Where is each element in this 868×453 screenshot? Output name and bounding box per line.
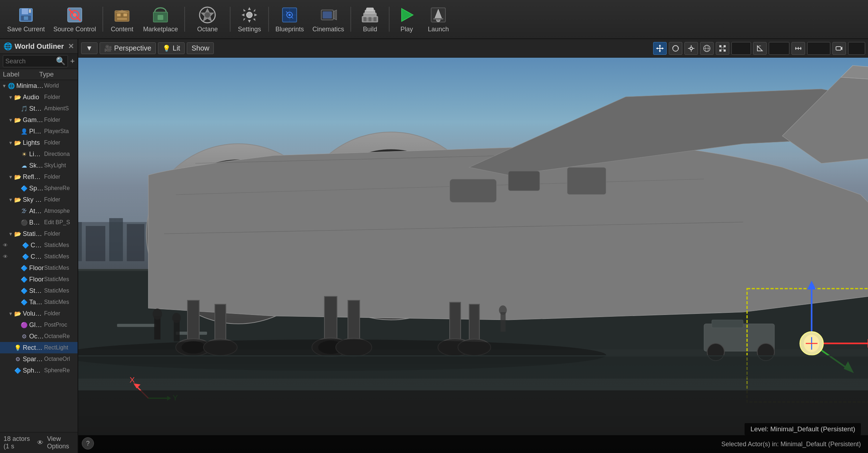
item-name: StaticMeshes	[23, 230, 44, 238]
outliner-item-starter-back[interactable]: ▶ 🎵 Starter_Back AmbientS	[0, 103, 78, 114]
mesh-icon: 🔷	[20, 265, 28, 272]
play-button[interactable]: Play	[392, 2, 421, 36]
source-control-icon	[65, 6, 84, 24]
mesh-icon: 🔷	[20, 288, 28, 294]
search-container[interactable]: 🔍	[3, 55, 68, 67]
svg-rect-27	[323, 11, 332, 19]
post-icon: 🟣	[20, 322, 28, 328]
outliner-item-volumes[interactable]: ▼ 📂 Volumes Folder	[0, 308, 78, 319]
outliner-item-lights[interactable]: ▼ 📂 Lights Folder	[0, 137, 78, 148]
cinematics-button[interactable]: Cinematics	[309, 2, 348, 36]
view-options-btn[interactable]: View Options	[47, 435, 74, 450]
octane-icon	[198, 6, 217, 24]
viewport-3d[interactable]: Y X Level: Minimal_Default (Persistent) …	[78, 58, 868, 453]
scene-background	[78, 58, 868, 453]
save-current-button[interactable]: Save Current	[4, 2, 48, 36]
grid-snap-value[interactable]: 10	[731, 42, 751, 55]
outliner-item-table[interactable]: ▶ 🔷 Table StaticMes	[0, 296, 78, 308]
sidebar-close-btn[interactable]: ✕	[68, 42, 74, 51]
item-type: StaticMes	[44, 276, 76, 283]
outliner-item-gameplay[interactable]: ▼ 📂 GamePlayActo Folder	[0, 114, 78, 126]
launch-button[interactable]: Launch	[422, 2, 454, 36]
svg-rect-12	[117, 18, 127, 20]
octane-icon: ⚙	[20, 333, 28, 340]
item-type: StaticMes	[44, 299, 76, 305]
outliner-item-sky-fog[interactable]: ▼ 📂 Sky and Fog Folder	[0, 194, 78, 205]
launch-icon	[429, 6, 448, 24]
eye-icon[interactable]: 👁	[1, 242, 9, 248]
item-type: OctaneOrl	[44, 356, 76, 362]
outliner-item-atmospheric[interactable]: ▶ 🌫 Atmospheric Atmosphe	[0, 205, 78, 217]
outliner-item-spartan-cloud[interactable]: ▶ ⚙ Spartan_Clou OctaneOrl	[0, 353, 78, 365]
scale-snap-btn[interactable]	[792, 42, 805, 55]
add-actor-btn[interactable]: +	[70, 57, 75, 66]
viewport-dropdown-btn[interactable]: ▼	[81, 42, 97, 54]
scale-snap-value[interactable]: 0.25	[807, 42, 830, 55]
help-button[interactable]: ?	[82, 437, 94, 449]
marketplace-icon	[151, 6, 170, 24]
outliner-item-chair2[interactable]: 👁 ▶ 🔷 Chair StaticMes	[0, 251, 78, 262]
build-button[interactable]: Build	[354, 2, 386, 36]
camera-icon-btn[interactable]	[832, 42, 846, 55]
svg-rect-56	[719, 45, 721, 47]
blueprints-button[interactable]: Blueprints	[272, 2, 307, 36]
camera-speed-value[interactable]: 4	[848, 42, 865, 55]
svg-marker-42	[659, 44, 661, 46]
grid-snap-btn[interactable]	[716, 42, 729, 55]
world-outliner-panel: 🌐 World Outliner ✕ 🔍 + Label Type ▼ 🌐 Mi…	[0, 39, 78, 453]
outliner-item-static-meshes[interactable]: ▼ 📂 StaticMeshes Folder	[0, 228, 78, 239]
eye-icon[interactable]: 👁	[1, 254, 9, 259]
item-type: Folder	[44, 231, 76, 237]
outliner-item-sphere-reflex[interactable]: ▶ 🔷 SphereRefles SphereRe	[0, 183, 78, 194]
svg-rect-57	[724, 45, 726, 47]
outliner-item-skylight[interactable]: ▶ ☁ SkyLight SkyLight	[0, 160, 78, 171]
outliner-item-rect-light[interactable]: ▶ 💡 RectLight RectLight	[0, 342, 78, 353]
show-btn[interactable]: Show	[187, 42, 214, 54]
outliner-item-floor2[interactable]: ▶ 🔷 Floor StaticMes	[0, 274, 78, 285]
svg-marker-45	[662, 47, 664, 49]
world-icon: 🌐	[7, 83, 16, 89]
svg-rect-4	[29, 9, 31, 13]
item-name: Lights	[23, 139, 44, 147]
svg-rect-59	[724, 49, 726, 52]
marketplace-button[interactable]: Marketplace	[139, 2, 181, 36]
angle-snap-value[interactable]: 10°	[769, 42, 789, 55]
lit-label: Lit	[173, 44, 180, 52]
rotate-tool-btn[interactable]	[669, 42, 682, 55]
outliner-item-octane-render[interactable]: ▶ ⚙ OctaneRender OctaneRe	[0, 331, 78, 342]
svg-marker-35	[402, 9, 413, 21]
outliner-item-light-source[interactable]: ▶ ☀ Light Source Directiona	[0, 148, 78, 160]
perspective-btn[interactable]: 🎥 Perspective	[100, 42, 156, 54]
outliner-item-minimal-default[interactable]: ▼ 🌐 Minimal_Default World	[0, 80, 78, 91]
source-control-button[interactable]: Source Control	[50, 2, 100, 36]
item-name: Starter_Back	[29, 105, 44, 112]
scale-tool-btn[interactable]	[684, 42, 698, 55]
svg-rect-31	[366, 8, 374, 11]
item-name: Chair	[31, 253, 44, 260]
octane-button[interactable]: Octane	[188, 2, 227, 36]
settings-button[interactable]: Settings	[233, 2, 265, 36]
outliner-item-reflection-cap[interactable]: ▼ 📂 ReflectionCap Folder	[0, 171, 78, 183]
outliner-item-global-post[interactable]: ▶ 🟣 GlobalPostP PostProc	[0, 319, 78, 331]
outliner-item-audio[interactable]: ▼ 📂 Audio Folder	[0, 91, 78, 103]
translate-tool-btn[interactable]	[653, 42, 667, 55]
outliner-item-sphere-reflect[interactable]: ▶ 🔷 SphereReflexi SphereRe	[0, 365, 78, 376]
outliner-item-player-start[interactable]: ▶ 👤 Player Start PlayerSta	[0, 126, 78, 137]
world-local-btn[interactable]	[700, 42, 714, 55]
outliner-item-statue[interactable]: ▶ 🔷 Statue StaticMes	[0, 285, 78, 296]
play-label: Play	[401, 26, 413, 33]
outliner-item-floor1[interactable]: ▶ 🔷 Floor StaticMes	[0, 262, 78, 274]
mesh-icon: 🔷	[21, 253, 30, 260]
top-toolbar: Save Current Source Control Content	[0, 0, 868, 39]
outliner-item-bp-sky[interactable]: ▶ ⚫ BP_Sky_Sph Edit BP_S	[0, 217, 78, 228]
item-type: World	[44, 83, 76, 89]
toolbar-sep-5	[350, 7, 351, 32]
search-input[interactable]	[5, 58, 56, 65]
viewport-statusbar: Selected Actor(s) in: Minimal_Default (P…	[78, 435, 868, 453]
reflect-icon: 🔷	[14, 367, 22, 374]
cinematics-icon	[319, 6, 338, 24]
content-button[interactable]: Content	[106, 2, 138, 36]
lit-btn[interactable]: 💡 Lit	[158, 42, 185, 54]
angle-snap-btn[interactable]	[753, 42, 767, 55]
outliner-item-chair1[interactable]: 👁 ▶ 🔷 Chair StaticMes	[0, 239, 78, 251]
